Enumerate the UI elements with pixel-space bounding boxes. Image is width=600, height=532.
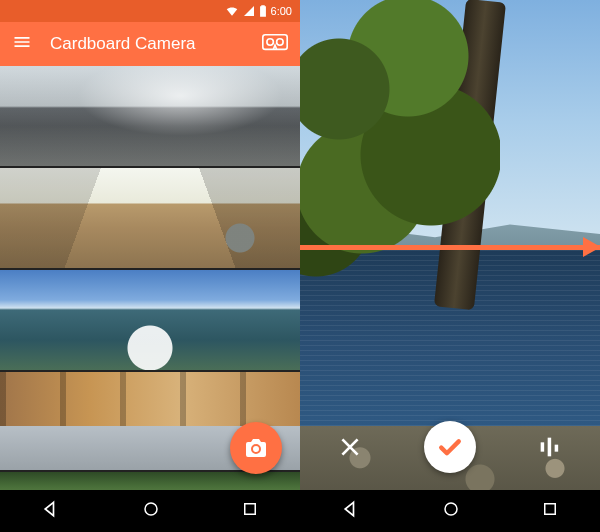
signal-icon: [243, 5, 255, 17]
status-bar: 6:00: [0, 0, 300, 22]
audio-levels-icon: [536, 433, 564, 461]
capture-controls: [300, 412, 600, 482]
app-title: Cardboard Camera: [50, 34, 196, 54]
menu-icon[interactable]: [12, 32, 32, 57]
capture-viewport[interactable]: [300, 0, 600, 532]
phone-capture: [300, 0, 600, 532]
nav-back-icon[interactable]: [341, 499, 361, 523]
cancel-button[interactable]: [324, 421, 376, 473]
system-nav-bar: [300, 490, 600, 532]
nav-home-icon[interactable]: [442, 500, 460, 522]
nav-recent-icon[interactable]: [241, 500, 259, 522]
svg-rect-9: [545, 504, 556, 515]
phone-gallery: 6:00 Cardboard Camera: [0, 0, 300, 532]
capture-fab[interactable]: [230, 422, 282, 474]
check-icon: [435, 432, 465, 462]
camera-icon: [244, 436, 268, 460]
nav-home-icon[interactable]: [142, 500, 160, 522]
capture-progress-line: [300, 245, 600, 250]
cardboard-icon[interactable]: [262, 33, 288, 56]
nav-recent-icon[interactable]: [541, 500, 559, 522]
system-nav-bar: [0, 490, 300, 532]
panorama-thumbnail[interactable]: [0, 66, 300, 168]
panorama-thumbnail[interactable]: [0, 168, 300, 270]
panorama-gallery[interactable]: [0, 66, 300, 532]
svg-point-8: [445, 503, 457, 515]
svg-point-1: [267, 38, 274, 45]
nav-back-icon[interactable]: [41, 499, 61, 523]
svg-rect-4: [245, 504, 256, 515]
status-time: 6:00: [271, 5, 292, 17]
audio-levels-button[interactable]: [524, 421, 576, 473]
app-bar: Cardboard Camera: [0, 22, 300, 66]
battery-icon: [259, 4, 267, 18]
svg-rect-6: [548, 438, 552, 457]
confirm-button[interactable]: [424, 421, 476, 473]
panorama-thumbnail[interactable]: [0, 270, 300, 372]
svg-rect-7: [555, 445, 559, 452]
wifi-icon: [225, 4, 239, 18]
close-icon: [337, 434, 363, 460]
svg-rect-5: [541, 442, 545, 451]
svg-point-2: [277, 38, 284, 45]
progress-arrow-icon: [583, 237, 600, 257]
svg-point-3: [145, 503, 157, 515]
